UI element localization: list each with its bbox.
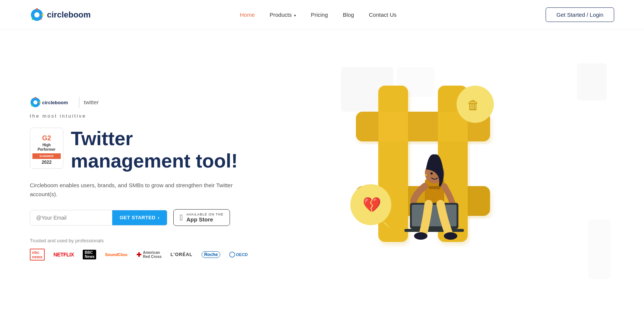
- arrow-icon: ›: [158, 215, 160, 220]
- cta-row: GET STARTED ›  Available on the App Sto…: [30, 209, 319, 226]
- svg-point-13: [230, 252, 235, 257]
- svg-point-36: [436, 172, 439, 175]
- svg-point-35: [430, 172, 433, 175]
- svg-point-10: [31, 104, 33, 106]
- svg-point-37: [425, 174, 427, 176]
- email-input[interactable]: [30, 210, 112, 225]
- bg-block-4: [588, 220, 610, 279]
- trusted-label: Trusted and used by professionals: [30, 238, 319, 243]
- svg-point-2: [36, 8, 38, 10]
- hero-subtitle: the most intuitive: [30, 113, 319, 119]
- logo-text: circleboom: [47, 10, 91, 20]
- g2-performer-label: Performer: [38, 147, 56, 152]
- redcross-logo: ✚ AmericanRed Cross: [136, 250, 161, 259]
- logo-divider: [79, 97, 79, 108]
- logo-icon: [30, 8, 44, 22]
- netflix-logo: NETFLIX: [54, 252, 74, 258]
- circleboom-logo-small: circleboom: [30, 97, 75, 108]
- svg-point-5: [40, 18, 42, 20]
- g2-summer-label: SUMMER: [32, 153, 61, 159]
- bbc-logo: BBCNews: [83, 250, 96, 259]
- svg-rect-32: [404, 229, 464, 232]
- svg-point-34: [444, 232, 457, 240]
- soundcloud-icon: SoundCloud: [105, 251, 127, 258]
- get-started-button[interactable]: GET STARTED ›: [112, 210, 167, 225]
- svg-point-4: [32, 18, 34, 20]
- oecd-logo: OECD: [229, 251, 250, 258]
- email-form: GET STARTED ›: [30, 210, 167, 226]
- hero-title: Twitter management tool!: [71, 128, 238, 172]
- svg-rect-31: [412, 205, 457, 226]
- svg-point-8: [35, 97, 37, 99]
- g2-high-label: High: [42, 143, 51, 147]
- products-chevron: ▾: [294, 13, 296, 17]
- svg-rect-29: [429, 186, 441, 189]
- nbc-logo: nbcnews: [30, 249, 45, 261]
- soundcloud-logo: SoundCloud: [105, 251, 127, 258]
- hero-description: Circleboom enables users, brands, and SM…: [30, 181, 239, 199]
- app-store-button[interactable]:  Available on the App Store: [173, 209, 230, 226]
- get-started-login-button[interactable]: Get Started / Login: [546, 7, 614, 22]
- bg-block-3: [577, 63, 607, 100]
- svg-text:💔: 💔: [363, 196, 381, 214]
- nav-links: Home Products ▾ Pricing Blog Contact Us: [240, 12, 396, 18]
- oecd-icon: OECD: [229, 251, 250, 258]
- hero-section: circleboom twitter the most intuitive G2…: [0, 30, 644, 313]
- trusted-section: Trusted and used by professionals nbcnew…: [30, 238, 319, 261]
- illustration-container: 💔 🗑: [334, 56, 614, 301]
- nav-pricing[interactable]: Pricing: [311, 12, 328, 18]
- nav-home[interactable]: Home: [240, 12, 255, 18]
- svg-text:🗑: 🗑: [467, 98, 480, 112]
- apple-icon: : [180, 213, 183, 223]
- app-store-text: Available on the App Store: [186, 213, 224, 223]
- nav-blog[interactable]: Blog: [343, 12, 354, 18]
- hero-content: circleboom twitter the most intuitive G2…: [30, 97, 334, 261]
- loreal-logo: L'ORÉAL: [171, 252, 193, 257]
- svg-point-3: [41, 14, 44, 16]
- hashtag-illustration: 💔 🗑: [334, 63, 512, 272]
- svg-text:SoundCloud: SoundCloud: [105, 252, 127, 257]
- navbar: circleboom Home Products ▾ Pricing Blog …: [0, 0, 644, 30]
- svg-text:OECD: OECD: [236, 252, 248, 257]
- svg-point-33: [414, 232, 427, 240]
- svg-point-7: [34, 100, 38, 104]
- brand-line: circleboom twitter: [30, 97, 319, 108]
- twitter-label: twitter: [84, 99, 99, 105]
- svg-point-1: [34, 12, 40, 17]
- roche-logo: Roche: [202, 251, 221, 258]
- hero-illustration: 💔 🗑: [334, 56, 614, 301]
- brand-logos: nbcnews NETFLIX BBCNews SoundCloud ✚ Ame…: [30, 249, 319, 261]
- g2-badge: G2 High Performer SUMMER 2022: [30, 128, 63, 169]
- logo-link[interactable]: circleboom: [30, 8, 91, 22]
- headline-row: G2 High Performer SUMMER 2022 Twitter ma…: [30, 128, 319, 172]
- svg-point-9: [39, 101, 41, 103]
- nav-contact[interactable]: Contact Us: [369, 12, 397, 18]
- nav-products[interactable]: Products ▾: [270, 12, 296, 18]
- svg-text:circleboom: circleboom: [42, 100, 68, 105]
- g2-logo-text: G2: [42, 134, 51, 142]
- g2-year-label: 2022: [42, 160, 52, 165]
